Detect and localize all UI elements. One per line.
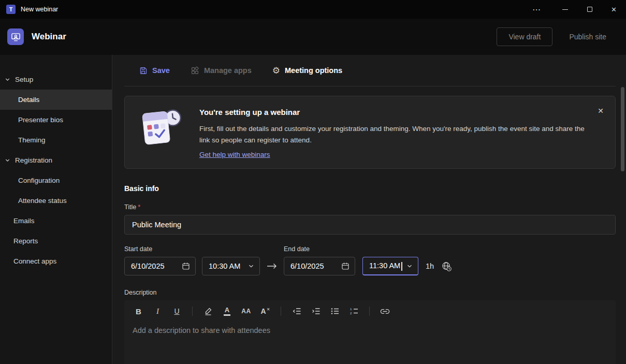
sidebar-item-label: Presenter bios — [18, 116, 63, 124]
outdent-button[interactable] — [288, 303, 304, 319]
sidebar-item-connect-apps[interactable]: Connect apps — [0, 251, 112, 271]
start-date-picker[interactable]: 6/10/2025 — [124, 257, 196, 275]
meeting-options-label: Meeting options — [285, 66, 342, 75]
svg-text:2: 2 — [350, 312, 352, 315]
chevron-down-icon — [406, 263, 413, 269]
save-label: Save — [152, 66, 170, 75]
title-input[interactable] — [124, 215, 616, 235]
page-title: Webinar — [32, 32, 66, 42]
description-editor: B I U A AA A✕ 12 Add a description to sh… — [124, 300, 616, 364]
svg-text:T: T — [9, 6, 13, 12]
indent-button[interactable] — [308, 303, 324, 319]
insert-link-button[interactable] — [377, 303, 393, 319]
gear-icon: ⚙ — [272, 66, 280, 75]
sidebar-item-label: Configuration — [18, 177, 60, 184]
more-options-icon: ⋯ — [532, 5, 541, 14]
font-color-button[interactable]: A — [219, 303, 235, 319]
end-date-label: End date — [284, 245, 310, 253]
sidebar-group-setup[interactable]: Setup — [0, 69, 112, 90]
apps-icon — [191, 66, 199, 75]
manage-apps-button[interactable]: Manage apps — [191, 66, 252, 75]
window-more-button[interactable]: ⋯ — [525, 0, 549, 19]
save-button[interactable]: Save — [139, 66, 170, 75]
app-header: Webinar View draft Publish site — [0, 19, 626, 55]
bold-button[interactable]: B — [130, 303, 147, 319]
sidebar-item-label: Reports — [13, 237, 38, 245]
sidebar-item-label: Emails — [13, 217, 35, 225]
start-time-picker[interactable]: 10:30 AM — [202, 257, 260, 275]
duration-label: 1h — [426, 262, 434, 270]
sidebar-item-label: Connect apps — [13, 257, 56, 265]
bullet-list-button[interactable] — [327, 303, 343, 319]
sidebar: Setup Details Presenter bios Theming Reg… — [0, 55, 112, 364]
outdent-icon — [292, 308, 301, 315]
bullet-list-icon — [330, 308, 340, 315]
save-icon — [139, 66, 148, 75]
clear-formatting-button[interactable]: A✕ — [257, 303, 273, 319]
description-placeholder: Add a description to share with attendee… — [133, 326, 270, 334]
underline-icon: U — [174, 307, 179, 315]
sidebar-item-theming[interactable]: Theming — [0, 130, 112, 150]
bold-icon: B — [136, 307, 141, 316]
highlight-button[interactable] — [200, 303, 216, 319]
sidebar-item-presenter-bios[interactable]: Presenter bios — [0, 110, 112, 130]
toolbar-divider — [369, 307, 370, 316]
sidebar-item-reports[interactable]: Reports — [0, 231, 112, 251]
sidebar-group-label: Setup — [15, 76, 33, 83]
command-bar: Save Manage apps ⚙ Meeting options — [124, 55, 616, 86]
sidebar-item-details[interactable]: Details — [0, 90, 112, 110]
required-asterisk: * — [138, 203, 140, 211]
svg-text:1: 1 — [350, 308, 352, 311]
description-label: Description — [124, 289, 157, 296]
window-minimize-button[interactable] — [553, 0, 577, 19]
sidebar-group-label: Registration — [15, 156, 52, 164]
end-time-picker[interactable]: 11:30 AM — [362, 257, 418, 275]
italic-icon: I — [156, 307, 159, 316]
end-time-value: 11:30 AM — [369, 261, 400, 270]
font-color-icon: A — [224, 307, 230, 316]
start-date-value: 6/10/2025 — [131, 262, 165, 270]
italic-button[interactable]: I — [150, 303, 166, 319]
banner-close-button[interactable]: ✕ — [594, 104, 607, 118]
toolbar-divider — [281, 307, 281, 316]
get-help-link[interactable]: Get help with webinars — [199, 151, 270, 158]
meeting-options-button[interactable]: ⚙ Meeting options — [272, 66, 342, 75]
close-icon: ✕ — [611, 6, 617, 13]
title-label: Title — [124, 203, 136, 211]
chevron-down-icon — [248, 263, 254, 269]
underline-button[interactable]: U — [169, 303, 185, 319]
info-banner: You're setting up a webinar First, fill … — [124, 96, 616, 169]
window-maximize-button[interactable] — [577, 0, 602, 19]
window-close-button[interactable]: ✕ — [602, 0, 626, 19]
end-date-picker[interactable]: 6/10/2025 — [284, 257, 355, 275]
window-titlebar: T New webinar ⋯ ✕ — [0, 0, 626, 19]
banner-body: First, fill out the details and customiz… — [199, 123, 585, 145]
chevron-down-icon — [5, 77, 10, 82]
sidebar-item-label: Attendee status — [18, 197, 67, 205]
minimize-icon — [562, 9, 568, 10]
description-input[interactable]: Add a description to share with attendee… — [124, 322, 616, 364]
numbered-list-button[interactable]: 12 — [346, 303, 362, 319]
sidebar-item-emails[interactable]: Emails — [0, 211, 112, 231]
main-content: Save Manage apps ⚙ Meeting options — [112, 55, 626, 364]
text-caret — [401, 262, 402, 271]
highlighter-icon — [204, 307, 212, 315]
clear-formatting-icon: A✕ — [261, 308, 270, 315]
chevron-down-icon — [5, 157, 10, 163]
start-date-label: Start date — [124, 245, 284, 253]
publish-site-button[interactable]: Publish site — [566, 27, 609, 46]
sidebar-group-registration[interactable]: Registration — [0, 150, 112, 170]
sidebar-item-label: Details — [18, 96, 39, 104]
sidebar-item-attendee-status[interactable]: Attendee status — [0, 191, 112, 211]
window-title: New webinar — [21, 6, 58, 13]
font-size-button[interactable]: AA — [238, 303, 254, 319]
start-time-value: 10:30 AM — [209, 262, 240, 270]
numbered-list-icon: 12 — [350, 308, 359, 315]
end-date-value: 6/10/2025 — [290, 262, 324, 270]
vertical-scrollbar[interactable] — [621, 87, 624, 171]
calendar-clock-illustration — [130, 103, 193, 159]
sidebar-item-configuration[interactable]: Configuration — [0, 170, 112, 191]
view-draft-button[interactable]: View draft — [497, 27, 552, 46]
timezone-globe-icon[interactable] — [442, 261, 452, 271]
banner-title: You're setting up a webinar — [199, 108, 585, 117]
